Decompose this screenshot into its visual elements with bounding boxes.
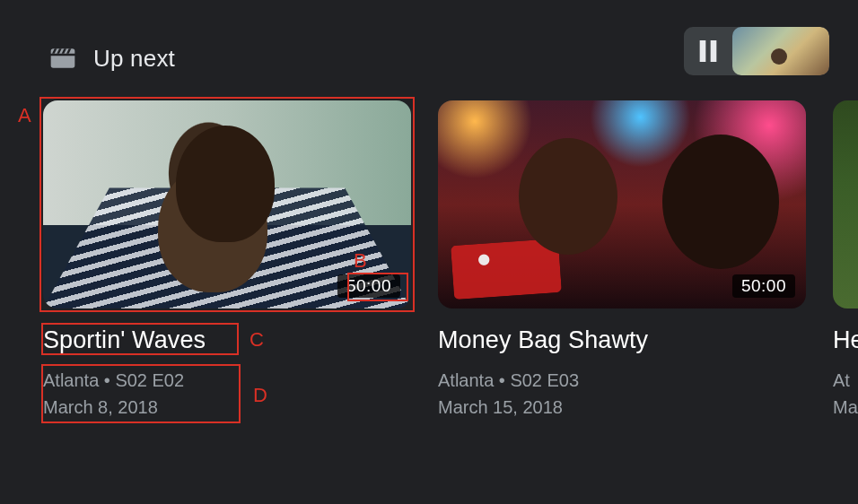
- svg-rect-0: [700, 40, 706, 62]
- program-meta-line2: March 8, 2018: [43, 394, 411, 421]
- program-meta: At Ma: [833, 367, 858, 421]
- program-card-1[interactable]: 50:00 Money Bag Shawty Atlanta • S02 E03…: [438, 100, 806, 421]
- program-title: Money Bag Shawty: [438, 326, 806, 354]
- duration-badge: 50:00: [337, 274, 400, 298]
- program-meta-line2: Ma: [833, 394, 858, 421]
- annotation-label-a: A: [18, 104, 31, 127]
- clapperboard-icon: [48, 44, 77, 73]
- program-card-2[interactable]: He At Ma: [833, 100, 858, 421]
- now-playing-pill[interactable]: [684, 27, 829, 75]
- now-playing-thumbnail: [732, 27, 829, 75]
- pause-icon: [684, 27, 732, 75]
- program-meta-line2: March 15, 2018: [438, 394, 806, 421]
- up-next-row: 50:00 Sportin' Waves Atlanta • S02 E02 M…: [0, 81, 858, 421]
- program-card-0[interactable]: 50:00 Sportin' Waves Atlanta • S02 E02 M…: [43, 100, 411, 421]
- program-meta-line1: Atlanta • S02 E02: [43, 367, 411, 394]
- program-title: He: [833, 326, 858, 354]
- svg-rect-1: [711, 40, 717, 62]
- program-meta: Atlanta • S02 E03 March 15, 2018: [438, 367, 806, 421]
- program-poster: [833, 100, 858, 308]
- program-title: Sportin' Waves: [43, 326, 411, 354]
- program-meta-line1: Atlanta • S02 E03: [438, 367, 806, 394]
- page-title: Up next: [93, 45, 175, 73]
- program-meta: Atlanta • S02 E02 March 8, 2018: [43, 367, 411, 421]
- duration-badge: 50:00: [732, 274, 795, 298]
- program-meta-line1: At: [833, 367, 858, 394]
